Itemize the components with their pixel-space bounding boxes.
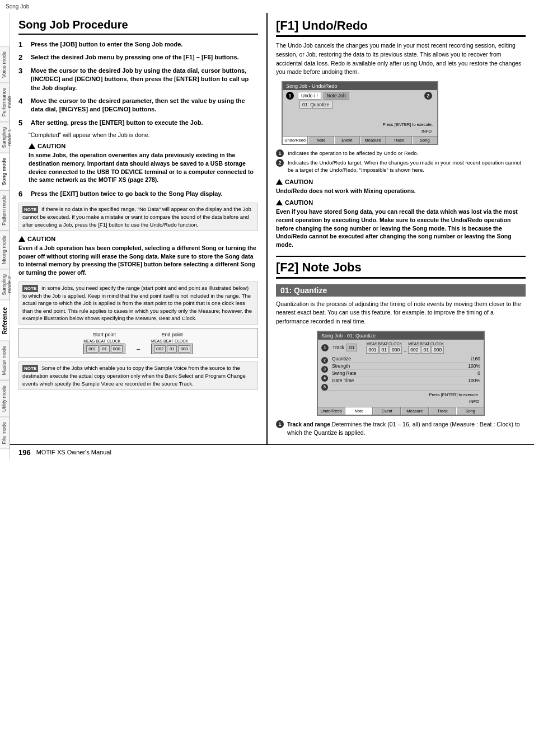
undo-btn-note: Note (308, 137, 334, 144)
undo-annot-circle-1: 1 (276, 149, 284, 157)
sidebar-item-utility-mode[interactable]: Utility mode (0, 381, 10, 417)
start-clock-header: CLOCK (107, 339, 120, 343)
step-5-num: 5 (18, 119, 29, 127)
undo-caution-1-body: Undo/Redo does not work with Mixing oper… (276, 187, 526, 195)
caution-1-title: CAUTION (29, 143, 258, 149)
q-end-meas-h: MEAS (408, 342, 419, 346)
start-point-label: Start point (83, 332, 125, 337)
undo-btn-undoredo: Undo/Redo (283, 137, 308, 144)
qscreen-info: INFO (321, 398, 480, 405)
undo-screen-body: 1 Undo / ! Note Job 2 01: Quantize Press… (283, 90, 437, 136)
f2-section-divider (276, 256, 526, 257)
q-start-meas-h: MEAS (366, 342, 377, 346)
note-1-text: If there is no data in the specified ran… (22, 206, 251, 227)
q-btn-song: Song (457, 407, 484, 415)
qscreen-param-swing: Swing Rate 0 (332, 370, 480, 377)
note-3-label: NOTE (22, 365, 38, 372)
q-circle-5: 5 (321, 384, 328, 391)
q-end-beat-h: BEAT (420, 342, 430, 346)
end-meas-header: MEAS (151, 339, 162, 343)
page-number: 196 (18, 448, 31, 457)
step-1-num: 1 (18, 40, 29, 49)
undo-btn-measure: Measure (360, 137, 386, 144)
sidebar-item-mixing-mode[interactable]: Mixing mode (0, 231, 10, 269)
undo-btn-song: Song (413, 137, 437, 144)
q-end-meas: 002 (408, 346, 420, 354)
q-annot-label-1: Track and range (287, 421, 330, 428)
caution-2-triangle-icon (18, 236, 25, 242)
q-end-beat: 01 (421, 346, 430, 354)
end-point-label: End point (151, 332, 193, 337)
manual-title: MOTIF XS Owner's Manual (36, 449, 111, 456)
qscreen-track-label: Track (332, 345, 344, 350)
undo-caution-2-body: Even if you have stored Song data, you c… (276, 208, 526, 248)
undo-screen: Song Job - Undo/Redo 1 Undo / ! Note Job… (282, 81, 438, 145)
q-start-beat: 01 (380, 346, 389, 354)
step-6-text: Press the [EXIT] button twice to go back… (31, 190, 223, 198)
undo-info-text: INFO (286, 128, 434, 134)
q-annotation-1: 1 Track and range Determines the track (… (276, 420, 526, 437)
step-3: 3 Move the cursor to the desired Job by … (18, 67, 258, 92)
undo-execute-text: Press [ENTER] to execute. (286, 121, 434, 128)
step-1-text: Press the [JOB] button to enter the Song… (31, 40, 182, 49)
q-start-meas: 001 (366, 346, 378, 354)
step-2-num: 2 (18, 53, 29, 62)
sidebar-item-pattern-mode[interactable]: Pattern mode (0, 190, 10, 231)
caution-1-triangle-icon (29, 143, 35, 149)
undo-row-2: 01: Quantize (286, 101, 434, 109)
qscreen-body: 1 Track 01 MEAS BEAT CLOCK (318, 340, 484, 407)
end-clock-value: 000 (178, 345, 190, 353)
sidebar-item-sampling-mode-1[interactable]: Samplingmode 1 (0, 122, 10, 153)
sidebar-item-voice-mode[interactable]: Voice mode (0, 46, 10, 83)
q-param-val-swing: 0 (477, 370, 480, 376)
caution-box-2: CAUTION Even if a Job operation has been… (18, 236, 258, 277)
note-box-2: NOTE In some Jobs, you need specify the … (18, 281, 258, 325)
note-2-text: In some Jobs, you need specify the range… (22, 285, 252, 321)
step-4: 4 Move the cursor to the desired paramet… (18, 97, 258, 114)
q-annotation-section: 1 Track and range Determines the track (… (276, 420, 526, 437)
sidebar-item-sampling-mode-2[interactable]: Samplingmode 2 (0, 269, 10, 300)
note-3-text: Some of the Jobs which enable you to cop… (22, 365, 246, 386)
end-beat-value: 01 (167, 345, 177, 353)
undo-caution-2: CAUTION Even if you have stored Song dat… (276, 199, 526, 248)
qscreen-param-quantize: Quantize ♩160 (332, 355, 480, 363)
step-5: 5 After setting, press the [ENTER] butto… (18, 119, 258, 127)
undo-btn-track: Track (386, 137, 411, 144)
step-3-text: Move the cursor to the desired Job by us… (31, 67, 258, 92)
q-param-val-strength: 100% (468, 363, 480, 369)
q-start-beat-h: BEAT (378, 342, 388, 346)
caution-2-title: CAUTION (18, 236, 258, 242)
sidebar-item-song-mode[interactable]: Song mode (0, 153, 10, 190)
undo-circle-1: 1 (286, 92, 294, 100)
undo-row-1: 1 Undo / ! Note Job 2 (286, 92, 434, 100)
undo-caution-1-triangle-icon (276, 179, 283, 185)
undo-screen-buttons: Undo/Redo Note Event Measure Track Song (283, 136, 437, 144)
qscreen-buttons: Undo/Redo Note Event Measure Track Song (318, 407, 484, 415)
caution-2-body: Even if a Job operation has been complet… (18, 244, 258, 277)
q-btn-track: Track (429, 407, 457, 415)
undo-annotations: 1 Indicates the operation to be affected… (276, 149, 526, 174)
note-box-3: NOTE Some of the Jobs which enable you t… (18, 361, 258, 390)
f2-section-title: [F2] Note Jobs (276, 260, 526, 279)
note-box-1: NOTE If there is no data in the specifie… (18, 203, 258, 231)
page-header-text: Song Job (6, 3, 29, 10)
undo-annot-text-1: Indicates the operation to be affected b… (288, 149, 418, 157)
q-start-clock-h: CLOCK (388, 342, 402, 346)
undo-annotation-1: 1 Indicates the operation to be affected… (276, 149, 526, 157)
q-start-clock: 000 (390, 346, 402, 354)
qscreen-track-value: 01 (346, 344, 357, 351)
completed-note: "Completed" will appear when the Job is … (29, 132, 258, 138)
end-beat-header: BEAT (163, 339, 174, 343)
sidebar-item-master-mode[interactable]: Master mode (0, 341, 10, 381)
q-param-label-swing: Swing Rate (332, 370, 356, 376)
undo-caution-2-title: CAUTION (276, 199, 526, 206)
sidebar-item-performance-mode[interactable]: Performancemode (0, 83, 10, 122)
step-6: 6 Press the [EXIT] button twice to go ba… (18, 190, 258, 198)
q-end-clock: 000 (432, 346, 444, 354)
quantize-body-text: Quantization is the process of adjusting… (276, 300, 526, 326)
qscreen-param-strength: Strength 100% (332, 363, 480, 370)
start-beat-value: 01 (100, 345, 110, 353)
q-circle-3: 3 (321, 366, 328, 373)
sidebar-item-file-mode[interactable]: File mode (0, 417, 10, 449)
page-footer: 196 MOTIF XS Owner's Manual (10, 444, 534, 460)
